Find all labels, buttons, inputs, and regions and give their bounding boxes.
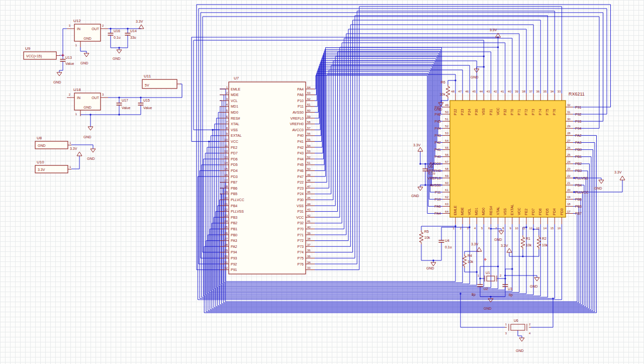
pin-name: P24 [468,109,471,115]
gnd-label: GND [411,194,419,198]
net-wire[interactable] [315,53,442,159]
part-ref: U4 [445,239,449,242]
pin-number: 9 [226,132,228,135]
net-wire[interactable] [315,68,442,185]
net-wire[interactable] [315,72,442,200]
pin-name: P30 [298,198,304,202]
pin-number: 21 [567,181,571,185]
pin-number: 21 [224,203,228,206]
gnd-symbol[interactable] [519,338,524,341]
gnd-symbol[interactable] [534,278,539,281]
junction-dot [483,55,485,57]
net-wire[interactable] [509,252,539,256]
ic-rx6211-body[interactable] [450,101,566,217]
resistor-r6[interactable] [446,84,450,99]
resistor-r5[interactable] [419,230,423,244]
pin-name: P71 [298,233,304,237]
net-wire[interactable] [448,80,455,84]
supply-symbol[interactable] [477,247,482,251]
junction-dot [552,298,554,299]
pin-number: 8 [502,227,504,230]
part-ref: R5 [424,230,429,233]
supply-symbol[interactable] [139,25,144,29]
pin-number: 27 [567,139,571,142]
net-wire[interactable] [315,64,442,171]
net-wire[interactable] [441,99,448,101]
schematic-canvas[interactable]: U71EMLE2MDE3VCL4MD15MD06RES#7XTAL8VSS9EX… [0,0,644,364]
part-ref: U6 [514,319,518,322]
net-wire[interactable] [315,49,442,170]
resistor-r4[interactable] [463,254,467,268]
pin-name: P70 [298,227,304,231]
pin-number: 5 [481,227,483,230]
pin-name: P30 [475,109,478,115]
pin-name: OUT [91,27,100,31]
part-ref: R1 [526,237,530,240]
net-wire[interactable] [465,268,477,272]
net-wire[interactable] [315,62,442,164]
pin-name: P22 [453,109,457,115]
pin-number: 51 [445,118,448,121]
net-wire[interactable] [315,60,442,156]
net-wire[interactable] [518,330,522,336]
pin-number: 4 [529,332,531,335]
crystal-u6[interactable] [511,324,525,330]
net-wire[interactable] [480,266,498,285]
pin-name: EXTAL [231,134,242,137]
gnd-symbol[interactable] [431,262,436,266]
pin-name: P41 [298,140,304,143]
pin-name: VREFL0 [428,176,441,180]
pin-number: 14 [224,161,228,164]
pin-number: 8 [226,127,228,130]
part-value: Value [65,62,74,65]
supply-symbol[interactable] [507,248,512,252]
pin-number: 26 [567,146,571,149]
net-wire[interactable] [315,51,442,165]
gnd-symbol[interactable] [88,127,93,130]
net-wire[interactable] [315,73,442,206]
supply-symbol[interactable] [620,176,625,180]
supply-symbol[interactable] [77,152,82,156]
supply-symbol[interactable] [418,147,423,151]
gnd-symbol[interactable] [418,187,423,191]
part-value: 10k [440,93,446,96]
net-wire[interactable] [59,61,63,70]
junction-dot [419,163,421,164]
pin-number: 23 [224,214,228,217]
net-wire[interactable] [315,57,442,147]
net-wire[interactable] [315,66,442,178]
pin-number: 17 [567,210,571,213]
net-wire[interactable] [315,48,442,177]
pin-number: 51 [307,161,311,164]
pin-name: PB7 [575,212,582,215]
pin-name: PLLVCC [231,198,244,202]
net-wire[interactable] [315,75,442,214]
pin-number: 29 [224,249,228,252]
net-wire[interactable] [80,47,86,51]
net-wire[interactable] [505,269,512,285]
part-ref: U10 [37,160,44,164]
pin-number: 44 [480,90,483,93]
gnd-symbol[interactable] [499,231,504,234]
net-wire[interactable] [533,229,539,235]
pin-number: 19 [224,191,228,194]
pin-number: 15 [224,167,228,170]
pin-number: 64 [307,86,311,89]
gnd-symbol[interactable] [90,149,96,152]
pin-name: PB5 [575,198,582,201]
net-wire[interactable] [315,59,442,150]
pin-number: 6 [488,227,490,230]
net-wire[interactable] [421,244,441,260]
pin-name: P73 [531,109,535,115]
net-wire[interactable] [71,156,79,169]
pin-number: 49 [307,173,311,176]
gnd-symbol[interactable] [117,50,122,53]
net-wire[interactable] [315,70,442,192]
gnd-symbol[interactable] [84,53,89,57]
resistor-r1[interactable] [521,235,525,249]
gnd-symbol[interactable] [599,180,604,184]
pin-name: P46 [435,113,441,116]
pin-name: GND [83,37,91,40]
net-wire[interactable] [63,29,67,55]
gnd-symbol[interactable] [57,72,62,76]
